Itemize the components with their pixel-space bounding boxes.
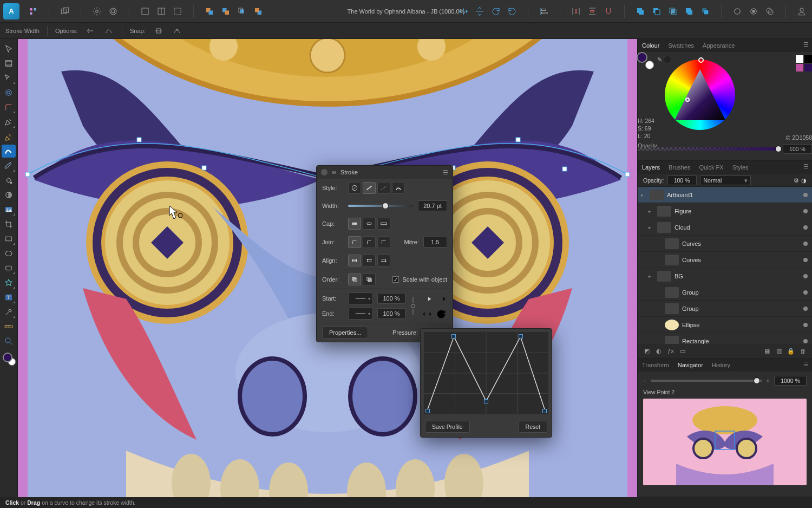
trash-icon[interactable]: 🗑 [798, 346, 808, 356]
scale-with-object[interactable]: Scale with object [392, 276, 447, 283]
stroke-panel[interactable]: Stroke ☰ Style: Width: 20.7 pt Cap: Join… [316, 165, 453, 342]
style-solid[interactable] [363, 182, 376, 194]
layer-row[interactable]: ▸BG [638, 268, 812, 284]
view-outline-icon[interactable] [171, 4, 185, 18]
zoom-minus-icon[interactable]: − [643, 377, 646, 384]
cap-square[interactable] [377, 218, 390, 230]
layer-row[interactable]: ▸Figure [638, 203, 812, 219]
swap-arrows-icon[interactable] [421, 308, 433, 319]
flip-v-icon[interactable] [473, 4, 487, 18]
disclose-icon[interactable]: ▸ [649, 209, 654, 214]
tab-brushes[interactable]: Brushes [667, 164, 691, 171]
view-split-icon[interactable] [154, 4, 168, 18]
rotate-cw-icon[interactable] [489, 4, 503, 18]
snap-curve-icon[interactable] [172, 25, 182, 36]
place-image-tool[interactable] [2, 203, 16, 216]
arrange-forward-icon[interactable] [219, 4, 233, 18]
tag-icon[interactable]: ▭ [678, 346, 687, 356]
account-icon[interactable] [795, 4, 809, 18]
layer-row[interactable]: ▸Artboard1 [638, 187, 812, 203]
zoom-slider[interactable] [651, 380, 762, 382]
node-tool[interactable] [2, 71, 16, 84]
stroke-width-tool[interactable] [2, 145, 16, 158]
reset-button[interactable]: Reset [519, 421, 547, 433]
transparency-tool[interactable] [2, 188, 16, 201]
preferences-icon[interactable] [106, 4, 120, 18]
insert-inside-icon[interactable] [746, 4, 761, 18]
layer-row[interactable]: Curves [638, 252, 812, 268]
layer-row[interactable]: Ellipse [638, 317, 812, 333]
panel-menu-icon[interactable]: ☰ [803, 361, 809, 368]
view-mode-icon[interactable] [138, 4, 152, 18]
add-pixel-icon[interactable]: ▨ [774, 346, 784, 356]
snap-toggle-icon[interactable] [153, 25, 164, 36]
start-arrow-select[interactable] [348, 292, 373, 304]
properties-button[interactable]: Properties... [322, 327, 368, 338]
style-brush[interactable] [392, 182, 405, 194]
pressure-graph[interactable] [424, 332, 548, 414]
tab-navigator[interactable]: Navigator [677, 362, 704, 368]
tab-transform[interactable]: Transform [641, 362, 670, 368]
gear-icon[interactable]: ⚙ [794, 177, 799, 184]
ruler-tool[interactable] [2, 320, 16, 333]
visibility-dot[interactable] [803, 274, 808, 278]
layer-opacity-value[interactable]: 100 % [667, 175, 697, 185]
disclose-icon[interactable]: ▸ [641, 192, 646, 198]
end-arrow-select[interactable] [348, 308, 373, 320]
snapping-icon[interactable] [601, 4, 615, 18]
style-none[interactable] [348, 182, 361, 194]
rounded-rectangle-tool[interactable] [2, 262, 16, 275]
boolean-divide-icon[interactable] [698, 4, 712, 18]
boolean-intersect-icon[interactable] [666, 4, 680, 18]
insert-behind-icon[interactable] [763, 4, 777, 18]
distribute-h-icon[interactable] [569, 4, 583, 18]
save-profile-button[interactable]: Save Profile [425, 421, 470, 433]
layer-row[interactable]: Rectangle [638, 333, 812, 344]
drag-handle-icon[interactable] [332, 171, 336, 174]
align-left-icon[interactable] [537, 4, 551, 18]
move-tool[interactable] [2, 42, 16, 55]
visibility-dot[interactable] [803, 242, 808, 246]
adjustment-icon[interactable]: ◐ [654, 346, 664, 356]
layers-list[interactable]: ▸Artboard1▸Figure▸CloudCurvesCurves▸BGGr… [638, 187, 812, 344]
visibility-dot[interactable] [803, 258, 808, 262]
blend-mode-select[interactable]: Normal [700, 175, 751, 185]
tab-history[interactable]: History [711, 362, 731, 368]
tab-styles[interactable]: Styles [731, 164, 750, 171]
visibility-dot[interactable] [803, 323, 808, 327]
disclose-icon[interactable]: ▸ [649, 273, 654, 279]
cap-round[interactable] [363, 218, 376, 230]
visibility-dot[interactable] [803, 193, 808, 197]
zoom-value[interactable]: 1000 % [774, 376, 807, 386]
tab-quickfx[interactable]: Quick FX [698, 164, 724, 171]
align-inside[interactable] [363, 255, 376, 266]
arrange-back-icon[interactable] [251, 4, 265, 18]
order-front[interactable] [363, 273, 376, 285]
distribute-v-icon[interactable] [585, 4, 599, 18]
tab-swatches[interactable]: Swatches [667, 42, 695, 49]
align-outside[interactable] [377, 255, 390, 266]
opacity-value[interactable]: 100 % [783, 144, 812, 154]
panel-menu-icon[interactable]: ☰ [803, 163, 809, 170]
vector-brush-tool[interactable] [2, 159, 16, 172]
start-pct[interactable]: 100 % [377, 293, 405, 304]
shape-tool[interactable] [2, 276, 16, 289]
align-centre[interactable] [348, 255, 361, 266]
mitre-value[interactable]: 1.5 [423, 237, 447, 248]
option-snap-all-icon[interactable] [85, 25, 96, 36]
reverse-icon[interactable] [435, 308, 447, 319]
viewpoint-label[interactable]: View Point 2 [643, 389, 807, 395]
text-tool[interactable]: T [2, 291, 16, 304]
link-icon[interactable] [409, 295, 417, 318]
pressure-popup[interactable]: Save Profile Reset [420, 328, 552, 438]
boolean-xor-icon[interactable] [682, 4, 696, 18]
eyedropper-icon[interactable]: ✎ [657, 56, 662, 63]
fill-tool[interactable] [2, 174, 16, 187]
tab-layers[interactable]: Layers [641, 164, 661, 171]
panel-menu-icon[interactable]: ☰ [803, 41, 809, 48]
visibility-dot[interactable] [803, 209, 808, 213]
contour-tool[interactable] [2, 86, 16, 99]
protect-icon[interactable]: ◑ [801, 177, 807, 184]
order-behind[interactable] [348, 273, 361, 285]
arrow-place-end-icon[interactable] [421, 293, 433, 304]
